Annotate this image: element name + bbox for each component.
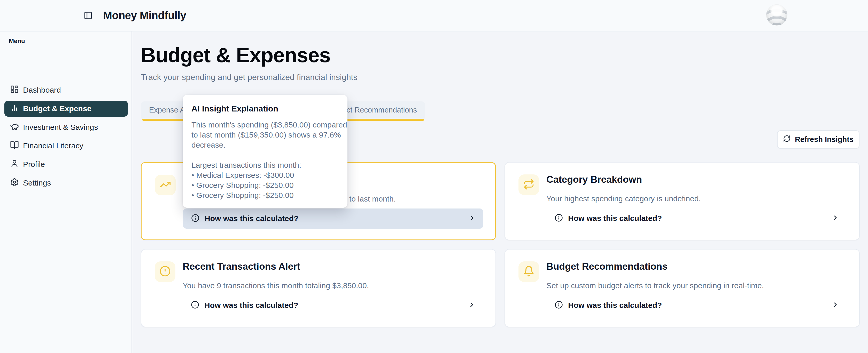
sidebar-toggle-button[interactable] [83,11,93,21]
trending-up-icon [160,179,171,191]
app-root: { "header": { "brand": "Money Mindfully"… [0,0,868,353]
app-header: Money Mindfully [0,0,868,32]
ai-insight-tooltip: AI Insight Explanation This month's spen… [183,95,347,208]
sidebar-item-investment-savings[interactable]: Investment & Savings [4,119,128,135]
sidebar-item-label: Investment & Savings [23,123,98,132]
info-icon [191,214,199,223]
how-calculated-row[interactable]: How was this calculated? [547,208,847,228]
info-icon [191,301,199,310]
tooltip-line: This month's spending ($3,850.00) compar… [191,120,339,130]
how-calculated-row[interactable]: How was this calculated? [547,295,847,315]
card-category-breakdown: Category Breakdown Your highest spending… [504,162,860,240]
sidebar-item-label: Financial Literacy [23,141,83,150]
tab-recommendations[interactable]: ct Recommendations [347,101,417,119]
gear-icon [10,178,19,188]
refresh-icon [783,135,791,144]
tab-expense-analysis[interactable]: Expense A [149,101,185,119]
card-description: Your highest spending category is undefi… [547,193,701,204]
repeat-icon [523,179,534,191]
card-description: You have 9 transactions this month total… [183,280,369,291]
card-title: Category Breakdown [547,174,642,185]
sidebar-item-label: Settings [23,179,51,187]
avatar[interactable] [766,4,787,26]
card-icon-chip [155,175,176,195]
card-icon-chip [519,261,539,282]
card-recent-transactions-alert: Recent Transactions Alert You have 9 tra… [141,249,496,327]
sidebar: Menu Dashboard Budget & Expense Investme… [0,32,132,353]
book-open-icon [10,141,19,151]
how-calculated-label: How was this calculated? [568,301,662,310]
info-icon [555,214,563,223]
card-title: Budget Recommendations [547,261,668,272]
chevron-right-icon [832,214,839,222]
refresh-insights-button[interactable]: Refresh Insights [777,130,860,149]
sidebar-item-dashboard[interactable]: Dashboard [4,82,128,98]
tooltip-spacer [191,150,339,160]
sidebar-item-label: Profile [23,160,45,169]
card-description: Set up custom budget alerts to track you… [547,280,764,291]
sidebar-item-label: Budget & Expense [23,104,91,113]
card-budget-recommendations: Budget Recommendations Set up custom bud… [504,249,860,327]
sidebar-item-budget-expense[interactable]: Budget & Expense [4,101,128,117]
how-calculated-row[interactable]: How was this calculated? [183,295,483,315]
tooltip-line: to last month ($159,350.00) shows a 97.6… [191,130,339,140]
layout-dashboard-icon [10,85,19,96]
chevron-right-icon [468,301,475,309]
how-calculated-label: How was this calculated? [568,214,662,223]
tooltip-title: AI Insight Explanation [191,104,339,113]
card-description-fragment: to last month. [349,193,396,204]
user-icon [10,159,19,170]
sidebar-item-financial-literacy[interactable]: Financial Literacy [4,138,128,154]
tooltip-line: decrease. [191,140,339,150]
page-subtitle: Track your spending and get personalized… [141,71,357,83]
card-icon-chip [519,174,539,195]
page-title: Budget & Expenses [141,43,331,68]
tooltip-line: • Medical Expenses: -$300.00 [191,170,339,180]
tooltip-line: • Grocery Shopping: -$250.00 [191,190,339,200]
how-calculated-label: How was this calculated? [205,214,299,223]
sidebar-section-label: Menu [9,37,25,45]
bell-icon [523,266,534,278]
sidebar-item-settings[interactable]: Settings [4,175,128,191]
piggy-bank-icon [10,122,19,133]
panel-left-icon [84,17,92,21]
refresh-insights-label: Refresh Insights [795,135,854,144]
chevron-right-icon [832,301,839,309]
card-icon-chip [155,261,176,282]
app-title: Money Mindfully [103,9,186,22]
sidebar-item-label: Dashboard [23,86,61,95]
card-title: Recent Transactions Alert [183,261,300,272]
bar-chart-icon [10,103,19,114]
alert-circle-icon [159,266,171,278]
how-calculated-label: How was this calculated? [204,301,298,310]
tooltip-line: Largest transactions this month: [191,160,339,170]
how-calculated-row[interactable]: How was this calculated? [183,209,483,228]
sidebar-item-profile[interactable]: Profile [4,156,128,172]
tooltip-line: • Grocery Shopping: -$250.00 [191,180,339,190]
info-icon [555,301,563,310]
chevron-right-icon [468,214,475,223]
